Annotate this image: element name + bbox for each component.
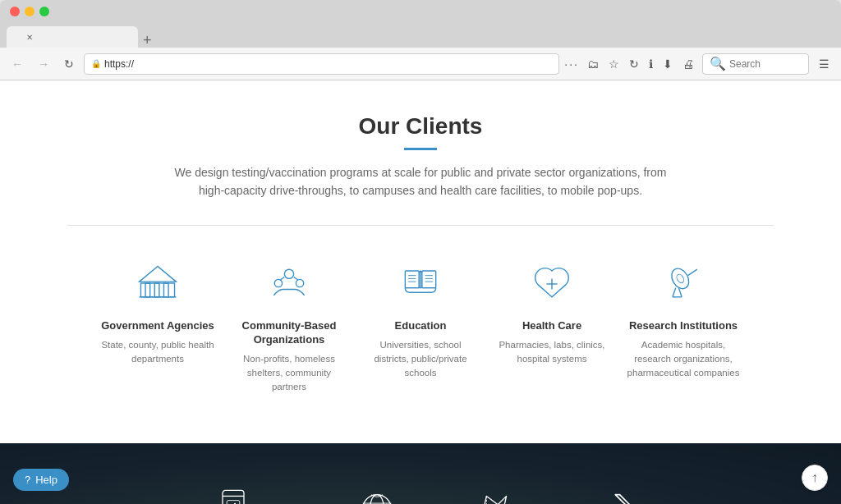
category-research: Research Institutions Academic hospitals… — [626, 259, 741, 395]
community-title: Community-Based Organizations — [232, 319, 347, 347]
svg-point-7 — [274, 279, 282, 286]
svg-line-25 — [673, 287, 676, 296]
scroll-top-icon: ↑ — [811, 470, 818, 485]
svg-line-9 — [280, 277, 285, 280]
tab-bar: ✕ + — [0, 23, 841, 48]
mobile-icon — [209, 484, 258, 504]
url-text: https:// — [104, 58, 134, 70]
community-icon — [264, 259, 314, 308]
tab-close-button[interactable]: ✕ — [26, 33, 33, 42]
info-icon[interactable]: ℹ — [646, 56, 656, 72]
categories-grid: Government Agencies State, county, publi… — [67, 250, 774, 403]
help-icon: ? — [25, 474, 30, 486]
stat-languages: 15 Languages — [351, 484, 403, 504]
government-icon — [133, 259, 182, 308]
refresh-icon[interactable]: ↻ — [626, 56, 642, 72]
svg-line-10 — [294, 277, 299, 280]
clients-section: Our Clients We design testing/vaccinatio… — [51, 80, 790, 443]
minimize-button[interactable] — [25, 7, 34, 16]
security-icon: 🔒 — [91, 59, 101, 68]
maximize-button[interactable] — [39, 7, 49, 16]
svg-rect-29 — [223, 491, 244, 504]
section-divider — [67, 225, 774, 226]
section-title: Our Clients — [67, 113, 774, 140]
page-content: Our Clients We design testing/vaccinatio… — [0, 80, 841, 504]
svg-line-27 — [678, 287, 682, 296]
search-input[interactable] — [729, 58, 803, 70]
category-government: Government Agencies State, county, publi… — [100, 259, 215, 395]
menu-button[interactable]: ☰ — [814, 54, 834, 74]
title-underline — [404, 148, 437, 150]
svg-line-28 — [688, 269, 697, 275]
section-subtitle: We design testing/vaccination programs a… — [174, 163, 667, 200]
category-community: Community-Based Organizations Non-profit… — [232, 259, 347, 395]
forward-button[interactable]: → — [33, 54, 54, 74]
category-healthcare: Health Care Pharmacies, labs, clinics, h… — [494, 259, 609, 395]
more-options-icon[interactable]: ··· — [564, 57, 579, 71]
browser-window: ✕ + ← → ↻ 🔒 https:// ··· 🗂 ☆ ↻ ℹ ⬇ 🖨 🔍 ☰ — [0, 0, 841, 504]
category-education: Education Universities, school districts… — [363, 259, 478, 395]
active-tab[interactable]: ✕ — [7, 26, 138, 48]
print-icon[interactable]: 🖨 — [679, 56, 697, 72]
stat-lab-integrations: 13 Lab integrations — [584, 484, 660, 504]
healthcare-icon — [527, 259, 577, 308]
search-icon: 🔍 — [710, 56, 726, 71]
svg-rect-11 — [405, 271, 419, 288]
education-title: Education — [395, 319, 447, 333]
new-tab-button[interactable]: + — [138, 33, 157, 48]
search-bar[interactable]: 🔍 — [702, 53, 809, 75]
bookmark-icon[interactable]: ☆ — [605, 56, 623, 72]
download-icon[interactable]: ⬇ — [659, 56, 676, 72]
back-button[interactable]: ← — [7, 54, 28, 74]
stat-test-sites: 500+ Test sites use Primary — [181, 484, 285, 504]
svg-line-42 — [619, 495, 632, 504]
stats-section: 500+ Test sites use Primary 1 — [0, 443, 841, 504]
healthcare-title: Health Care — [522, 319, 581, 333]
stat-states: 13 States — [469, 484, 518, 504]
research-desc: Academic hospitals, research organizatio… — [626, 338, 741, 381]
svg-rect-32 — [227, 501, 240, 504]
pocket-icon[interactable]: 🗂 — [584, 56, 602, 72]
close-button[interactable] — [10, 7, 20, 16]
svg-point-6 — [284, 269, 293, 278]
education-desc: Universities, school districts, public/p… — [363, 338, 478, 381]
research-icon — [659, 259, 708, 308]
government-title: Government Agencies — [101, 319, 214, 333]
address-bar[interactable]: 🔒 https:// — [84, 53, 559, 75]
education-icon — [396, 259, 445, 308]
lab-icon — [598, 484, 647, 504]
healthcare-desc: Pharmacies, labs, clinics, hospital syst… — [494, 338, 609, 367]
research-title: Research Institutions — [629, 319, 738, 333]
scroll-top-button[interactable]: ↑ — [802, 465, 828, 491]
svg-rect-2 — [154, 283, 159, 297]
svg-point-34 — [363, 495, 392, 504]
svg-rect-3 — [163, 283, 168, 297]
navigation-bar: ← → ↻ 🔒 https:// ··· 🗂 ☆ ↻ ℹ ⬇ 🖨 🔍 ☰ — [0, 48, 841, 80]
svg-rect-1 — [145, 283, 150, 297]
stats-content: 500+ Test sites use Primary 1 — [0, 443, 841, 504]
globe-icon — [352, 484, 402, 504]
help-label: Help — [35, 474, 57, 486]
map-icon — [469, 484, 518, 504]
svg-point-24 — [675, 273, 685, 283]
svg-marker-4 — [140, 266, 177, 282]
nav-icons: 🗂 ☆ ↻ ℹ ⬇ 🖨 — [584, 56, 697, 72]
svg-point-8 — [296, 279, 303, 286]
help-button[interactable]: ? Help — [13, 469, 69, 491]
svg-point-23 — [669, 265, 692, 291]
government-desc: State, county, public health departments — [100, 338, 215, 367]
reload-button[interactable]: ↻ — [59, 54, 79, 74]
title-bar — [0, 0, 841, 23]
community-desc: Non-profits, homeless shelters, communit… — [232, 352, 347, 395]
svg-rect-12 — [422, 271, 436, 288]
